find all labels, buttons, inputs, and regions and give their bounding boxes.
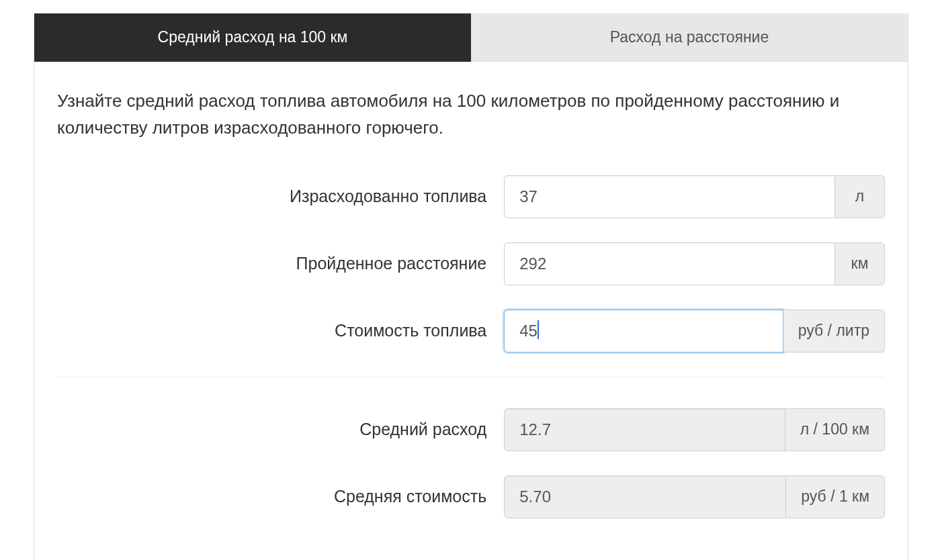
tab-avg-per-100km[interactable]: Средний расход на 100 км (34, 13, 471, 62)
divider (57, 377, 885, 377)
group-fuel-cost: 45 руб / литр (504, 310, 885, 353)
unit-distance: км (835, 242, 885, 285)
text-caret (538, 320, 539, 339)
label-fuel-cost: Стоимость топлива (57, 321, 504, 340)
tab-bar: Средний расход на 100 км Расход на расст… (34, 13, 908, 62)
label-avg-consumption: Средний расход (57, 420, 504, 439)
row-fuel-consumed: Израсходованно топлива л (57, 175, 885, 218)
calculator-panel: Средний расход на 100 км Расход на расст… (34, 13, 908, 560)
output-avg-cost (504, 475, 786, 518)
input-distance[interactable] (504, 242, 835, 285)
description-text: Узнайте средний расход топлива автомобил… (57, 87, 885, 142)
row-avg-cost: Средняя стоимость руб / 1 км (57, 475, 885, 518)
group-fuel-consumed: л (504, 175, 885, 218)
output-avg-consumption (504, 408, 785, 451)
group-avg-consumption: л / 100 км (504, 408, 885, 451)
input-fuel-cost-value: 45 (519, 322, 538, 340)
label-avg-cost: Средняя стоимость (57, 487, 504, 506)
row-avg-consumption: Средний расход л / 100 км (57, 408, 885, 451)
label-distance: Пройденное расстояние (57, 254, 504, 273)
unit-avg-consumption: л / 100 км (785, 408, 885, 451)
input-fuel-cost[interactable]: 45 (504, 310, 783, 353)
unit-avg-cost: руб / 1 км (786, 475, 885, 518)
unit-fuel-consumed: л (835, 175, 885, 218)
tab-by-distance[interactable]: Расход на расстояние (471, 13, 908, 62)
label-fuel-consumed: Израсходованно топлива (57, 187, 504, 206)
content-area: Узнайте средний расход топлива автомобил… (34, 62, 908, 560)
input-fuel-consumed[interactable] (504, 175, 835, 218)
group-avg-cost: руб / 1 км (504, 475, 885, 518)
row-fuel-cost: Стоимость топлива 45 руб / литр (57, 310, 885, 353)
unit-fuel-cost: руб / литр (783, 310, 885, 353)
group-distance: км (504, 242, 885, 285)
row-distance: Пройденное расстояние км (57, 242, 885, 285)
